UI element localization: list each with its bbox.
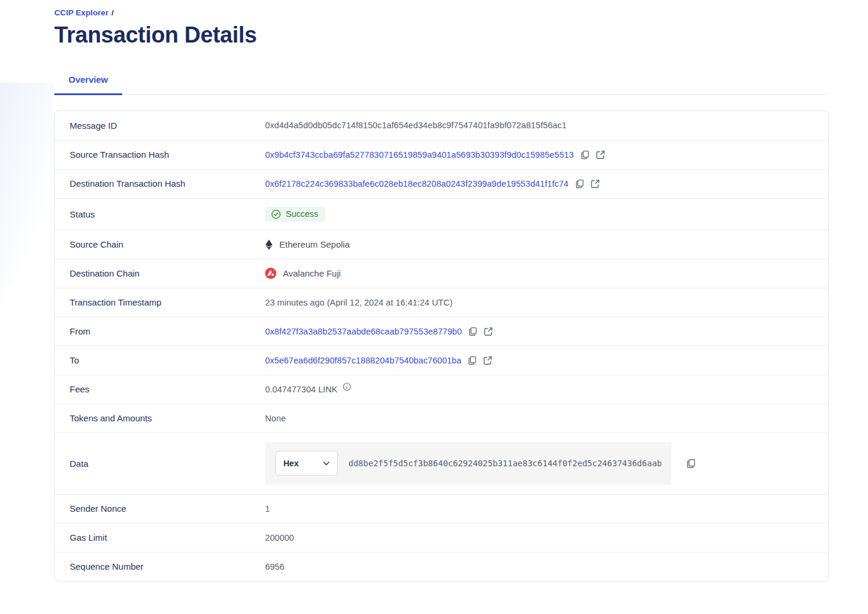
info-icon[interactable] (342, 382, 351, 391)
source-chain-value: Ethereum Sepolia (265, 239, 350, 250)
table-row-sequence-number: Sequence Number 6956 (55, 552, 828, 581)
row-label: Destination Transaction Hash (70, 178, 265, 189)
row-label: Data (70, 459, 265, 469)
row-label: To (70, 355, 265, 365)
data-format-select-value: Hex (283, 459, 299, 468)
table-row-data: Data Hex dd8be2f5f5d5cf3b8640c62924025b3… (55, 433, 828, 494)
data-hex-value: dd8be2f5f5d5cf3b8640c62924025b311ae83c61… (348, 459, 661, 468)
ethereum-icon (265, 239, 273, 250)
copy-icon[interactable] (580, 150, 590, 160)
message-id-value: 0xd4d4a5d0db05dc714f8150c1af654ed34eb8c9… (265, 121, 567, 130)
copy-icon[interactable] (575, 178, 585, 189)
sender-nonce-value: 1 (265, 504, 270, 514)
row-label: Destination Chain (70, 268, 265, 278)
row-label: Source Transaction Hash (70, 150, 265, 160)
main-content: CCIP Explorer/ Transaction Details Overv… (0, 0, 868, 581)
row-label: Sequence Number (70, 561, 265, 571)
row-label: Message ID (70, 121, 265, 131)
copy-icon[interactable] (686, 458, 696, 469)
table-row-source-tx-hash: Source Transaction Hash 0x9b4cf3743ccba6… (55, 140, 828, 169)
page-title: Transaction Details (54, 22, 829, 48)
row-label: Status (70, 209, 265, 219)
row-label: Tokens and Amounts (70, 413, 265, 423)
table-row-source-chain: Source Chain Ethereum Sepolia (55, 230, 828, 259)
source-chain-name: Ethereum Sepolia (279, 239, 350, 249)
breadcrumb-ccip-explorer-link[interactable]: CCIP Explorer (54, 8, 109, 17)
chevron-down-icon (323, 462, 329, 466)
row-label: Fees (70, 384, 265, 394)
table-row-destination-tx-hash: Destination Transaction Hash 0x6f2178c22… (55, 169, 828, 198)
destination-tx-hash-link[interactable]: 0x6f2178c224c369833bafe6c028eb18ec8208a0… (265, 179, 569, 189)
table-row-status: Status Success (55, 198, 828, 230)
from-address-link[interactable]: 0x8f427f3a3a8b2537aabde68caab797553e8779… (265, 327, 462, 336)
table-row-sender-nonce: Sender Nonce 1 (55, 494, 828, 523)
sequence-number-value: 6956 (265, 562, 285, 571)
row-label: Transaction Timestamp (70, 297, 265, 307)
tab-overview[interactable]: Overview (54, 74, 122, 95)
avalanche-icon (265, 268, 276, 279)
table-row-fees: Fees 0.047477304 LINK (55, 375, 828, 404)
table-row-to: To 0x5e67ea6d6f290f857c1888204b7540bac76… (55, 346, 828, 375)
gas-limit-value: 200000 (265, 533, 294, 542)
row-label: Source Chain (70, 239, 265, 249)
destination-chain-name: Avalanche Fuji (283, 268, 341, 278)
external-link-icon[interactable] (484, 327, 493, 336)
status-badge: Success (265, 207, 325, 222)
table-row-from: From 0x8f427f3a3a8b2537aabde68caab797553… (55, 317, 828, 346)
to-address-link[interactable]: 0x5e67ea6d6f290f857c1888204b7540bac76001… (265, 356, 461, 365)
check-circle-icon (271, 209, 281, 219)
external-link-icon[interactable] (596, 150, 605, 160)
transaction-details-table: Message ID 0xd4d4a5d0db05dc714f8150c1af6… (54, 111, 829, 581)
destination-chain-value: Avalanche Fuji (265, 268, 341, 279)
status-badge-text: Success (286, 209, 318, 219)
tab-bar: Overview (54, 74, 829, 95)
row-label: Gas Limit (70, 532, 265, 542)
data-hex-container: Hex dd8be2f5f5d5cf3b8640c62924025b311ae8… (265, 442, 671, 485)
row-label: From (70, 326, 265, 336)
table-row-transaction-timestamp: Transaction Timestamp 23 minutes ago (Ap… (55, 288, 828, 317)
breadcrumb-separator: / (112, 8, 114, 17)
fees-value: 0.047477304 LINK (265, 385, 338, 394)
tokens-value: None (265, 414, 286, 423)
data-format-select[interactable]: Hex (275, 451, 338, 476)
table-row-message-id: Message ID 0xd4d4a5d0db05dc714f8150c1af6… (55, 111, 828, 140)
source-tx-hash-link[interactable]: 0x9b4cf3743ccba69fa5277830716519859a9401… (265, 150, 574, 160)
table-row-destination-chain: Destination Chain Avalanche Fuji (55, 259, 828, 288)
timestamp-value: 23 minutes ago (April 12, 2024 at 16:41:… (265, 298, 452, 307)
external-link-icon[interactable] (483, 356, 492, 365)
row-label: Sender Nonce (70, 503, 265, 514)
external-link-icon[interactable] (590, 179, 600, 189)
table-row-tokens-and-amounts: Tokens and Amounts None (55, 404, 828, 433)
table-row-gas-limit: Gas Limit 200000 (55, 523, 828, 552)
breadcrumb: CCIP Explorer/ (54, 8, 829, 17)
copy-icon[interactable] (467, 355, 477, 365)
copy-icon[interactable] (468, 326, 478, 336)
